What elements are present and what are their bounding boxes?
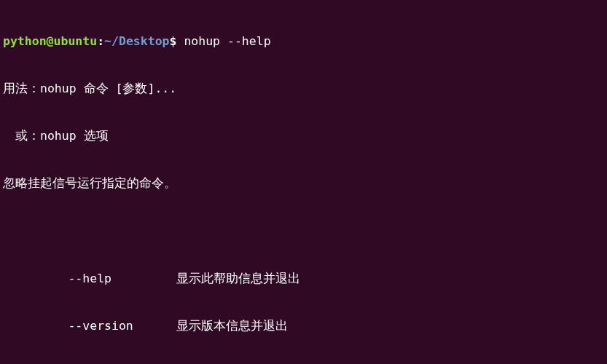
output-blank1 (3, 223, 604, 240)
prompt-dollar: $ (170, 34, 184, 48)
output-desc: 忽略挂起信号运行指定的命令。 (3, 175, 604, 191)
command-input[interactable]: nohup --help (184, 34, 270, 48)
prompt-line[interactable]: python@ubuntu:~/Desktop$ nohup --help (3, 33, 604, 50)
output-opt-version: --version显示版本信息并退出 (3, 318, 604, 334)
prompt-colon: : (97, 34, 104, 48)
output-usage2: 或：nohup 选项 (3, 128, 604, 144)
output-opt-help: --help显示此帮助信息并退出 (3, 271, 604, 287)
prompt-user: python (3, 34, 47, 48)
prompt-host: ubuntu (54, 34, 98, 48)
version-flag: --version (68, 318, 176, 334)
output-usage1: 用法：nohup 命令 [参数]... (3, 81, 604, 97)
prompt-path: ~/Desktop (104, 34, 169, 48)
prompt-at: @ (47, 34, 54, 48)
version-desc: 显示版本信息并退出 (176, 318, 288, 334)
help-flag: --help (68, 271, 176, 287)
terminal-window[interactable]: python@ubuntu:~/Desktop$ nohup --help 用法… (0, 0, 607, 364)
help-desc: 显示此帮助信息并退出 (176, 271, 300, 287)
